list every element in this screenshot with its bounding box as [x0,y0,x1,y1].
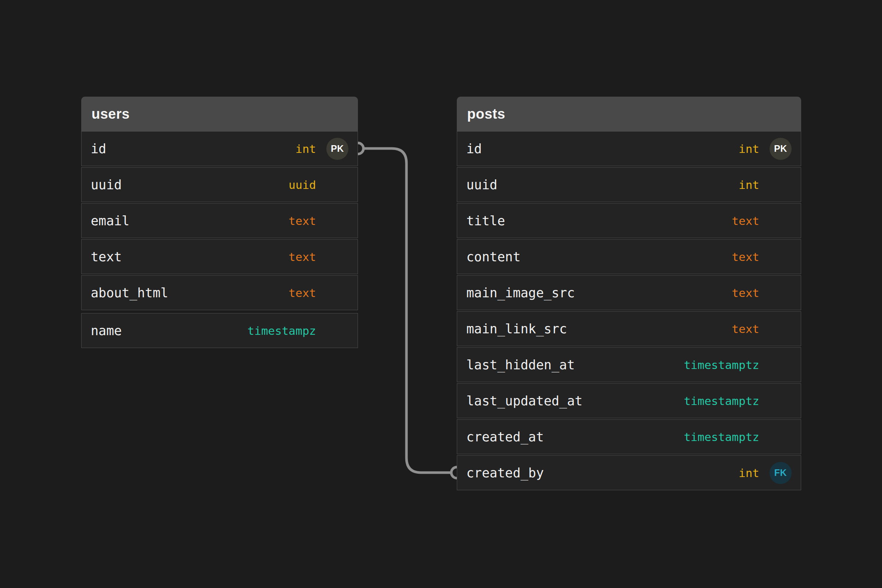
field-type-label: text [288,250,316,264]
table-posts-body: id int PK uuid int title text content te… [457,131,801,490]
badge-slot [326,320,348,342]
field-row-posts-created_at[interactable]: created_at timestamptz [457,419,801,454]
field-name-label: uuid [466,177,497,192]
badge-slot: PK [770,138,792,160]
badge-slot [770,210,792,232]
badge-slot [770,282,792,304]
badge-slot [770,174,792,196]
field-name-label: last_updated_at [466,394,582,408]
field-type-label: text [732,286,759,300]
field-row-posts-content[interactable]: content text [457,239,801,274]
table-users-body: id int PK uuid uuid email text text text… [81,131,358,348]
field-row-users-name[interactable]: name timestampz [81,313,358,348]
badge-slot [326,210,348,232]
table-users-header[interactable]: users [81,97,358,131]
field-type-label: timestamptz [684,430,759,444]
field-type-label: text [288,214,316,228]
field-name-label: main_image_src [466,285,575,300]
field-name-label: main_link_src [466,322,567,336]
field-row-users-uuid[interactable]: uuid uuid [81,167,358,202]
field-row-posts-uuid[interactable]: uuid int [457,167,801,202]
table-title: posts [467,106,506,122]
field-type-label: timestamptz [684,394,759,408]
table-users[interactable]: users id int PK uuid uuid email text tex… [81,97,358,348]
field-name-label: id [91,141,106,156]
field-row-posts-last_hidden_at[interactable]: last_hidden_at timestamptz [457,347,801,382]
field-name-label: title [466,213,505,228]
field-row-posts-last_updated_at[interactable]: last_updated_at timestamptz [457,383,801,418]
fk-badge: FK [770,462,792,484]
field-row-posts-id[interactable]: id int PK [457,131,801,166]
field-type-label: uuid [288,178,316,192]
table-title: users [92,106,130,122]
field-type-label: int [739,466,759,480]
field-type-label: text [732,322,759,336]
field-type-label: int [739,142,759,156]
badge-slot [326,174,348,196]
field-name-label: name [91,323,122,338]
field-row-users-text[interactable]: text text [81,239,358,274]
field-name-label: text [91,249,122,264]
field-type-label: text [732,250,759,264]
field-type-label: int [739,178,759,192]
field-type-label: int [296,142,316,156]
field-name-label: created_by [466,466,544,480]
field-name-label: email [91,213,129,228]
field-name-label: id [466,141,482,156]
badge-slot [326,246,348,268]
badge-slot [326,282,348,304]
badge-slot: FK [770,462,792,484]
badge-slot [770,354,792,376]
field-name-label: about_html [91,285,168,300]
field-row-posts-title[interactable]: title text [457,203,801,238]
field-row-users-email[interactable]: email text [81,203,358,238]
field-row-posts-main_image_src[interactable]: main_image_src text [457,275,801,310]
field-row-posts-created_by[interactable]: created_by int FK [457,455,801,490]
field-type-label: timestampz [248,324,316,338]
field-row-users-about_html[interactable]: about_html text [81,275,358,310]
badge-slot [770,390,792,412]
pk-badge: PK [326,138,348,160]
connector-line[interactable] [358,148,457,472]
table-posts[interactable]: posts id int PK uuid int title text cont… [457,97,801,490]
diagram-canvas[interactable]: users id int PK uuid uuid email text tex… [0,0,882,588]
badge-slot [770,318,792,340]
field-name-label: uuid [91,177,122,192]
field-row-users-id[interactable]: id int PK [81,131,358,166]
table-posts-header[interactable]: posts [457,97,801,131]
badge-slot [770,426,792,448]
field-name-label: content [466,249,521,264]
field-name-label: created_at [466,430,544,444]
badge-slot: PK [326,138,348,160]
field-type-label: timestamptz [684,358,759,372]
badge-slot [770,246,792,268]
field-type-label: text [732,214,759,228]
field-name-label: last_hidden_at [466,358,575,372]
field-row-posts-main_link_src[interactable]: main_link_src text [457,311,801,346]
pk-badge: PK [770,138,792,160]
field-type-label: text [288,286,316,300]
